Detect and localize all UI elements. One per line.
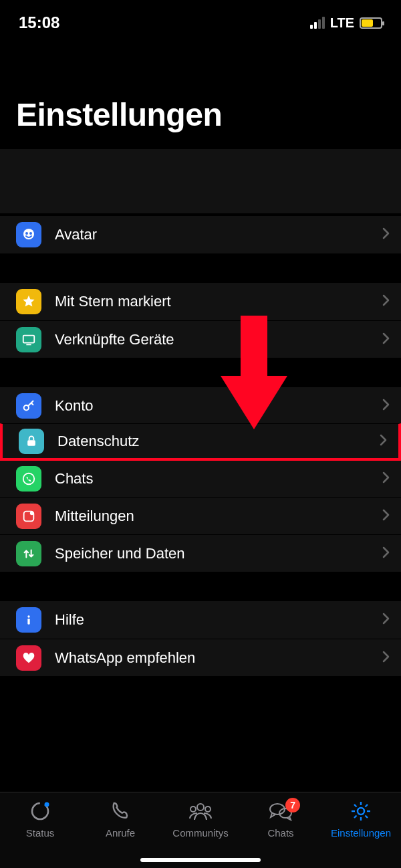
chevron-right-icon	[382, 613, 390, 627]
row-label: Konto	[55, 397, 382, 415]
tab-label: Chats	[267, 827, 293, 839]
settings-group-3: Konto Datenschutz Chats Mitteilungen Spe…	[0, 387, 401, 572]
row-label: WhatsApp empfehlen	[55, 649, 382, 667]
status-right: LTE	[310, 15, 382, 31]
status-ring-icon	[29, 799, 51, 823]
svg-line-27	[366, 804, 368, 807]
chevron-right-icon	[382, 651, 390, 665]
tab-communities[interactable]: Communitys	[160, 799, 241, 839]
data-arrows-icon	[16, 541, 41, 566]
tab-bar: Status Anrufe Communitys 7 Chats Einstel…	[0, 792, 401, 868]
tab-label: Anrufe	[106, 827, 135, 839]
row-label: Avatar	[55, 226, 382, 243]
home-indicator[interactable]	[140, 858, 261, 862]
tab-settings[interactable]: Einstellungen	[321, 799, 401, 839]
tab-label: Communitys	[172, 827, 228, 839]
tab-label: Status	[26, 827, 55, 839]
row-starred[interactable]: Mit Stern markiert	[0, 283, 401, 320]
whatsapp-icon	[16, 466, 41, 492]
row-label: Datenschutz	[57, 433, 380, 450]
row-label: Mitteilungen	[55, 508, 382, 525]
chevron-right-icon	[382, 546, 390, 561]
svg-point-14	[197, 804, 204, 810]
row-avatar[interactable]: Avatar	[0, 216, 401, 253]
svg-point-10	[27, 615, 29, 617]
svg-point-7	[23, 473, 35, 484]
svg-line-25	[366, 816, 368, 819]
tab-status[interactable]: Status	[0, 799, 80, 839]
chevron-right-icon	[380, 434, 388, 449]
svg-point-2	[29, 232, 32, 235]
avatar-icon	[16, 222, 41, 247]
settings-group-2: Mit Stern markiert Verknüpfte Geräte	[0, 283, 401, 358]
row-label: Speicher und Daten	[55, 545, 382, 562]
svg-point-19	[358, 808, 364, 815]
row-chats[interactable]: Chats	[0, 459, 401, 497]
phone-icon	[110, 799, 131, 823]
svg-rect-11	[27, 619, 29, 624]
key-icon	[16, 393, 41, 419]
chats-badge: 7	[285, 798, 300, 812]
lock-icon	[19, 429, 44, 454]
profile-card[interactable]	[0, 149, 401, 216]
tab-chats[interactable]: 7 Chats	[241, 799, 321, 839]
info-icon	[16, 607, 41, 633]
row-label: Verknüpfte Geräte	[55, 331, 382, 348]
notification-icon	[16, 504, 41, 529]
svg-point-9	[30, 511, 34, 515]
svg-point-15	[190, 806, 196, 812]
row-label: Chats	[55, 470, 382, 487]
svg-line-24	[354, 804, 357, 807]
svg-line-26	[354, 816, 357, 819]
settings-group-1: Avatar	[0, 216, 401, 253]
svg-point-13	[45, 802, 49, 807]
svg-rect-4	[26, 344, 31, 345]
network-label: LTE	[330, 15, 354, 31]
monitor-icon	[16, 327, 41, 352]
row-privacy[interactable]: Datenschutz	[0, 423, 401, 461]
status-bar: 15:08 LTE	[0, 0, 401, 36]
tab-calls[interactable]: Anrufe	[80, 799, 160, 839]
cellular-signal-icon	[310, 17, 325, 29]
row-linked-devices[interactable]: Verknüpfte Geräte	[0, 320, 401, 358]
tab-label: Einstellungen	[331, 827, 391, 839]
people-icon	[188, 799, 213, 823]
settings-group-4: Hilfe WhatsApp empfehlen	[0, 601, 401, 676]
chevron-right-icon	[382, 509, 390, 524]
row-account[interactable]: Konto	[0, 387, 401, 425]
clock: 15:08	[19, 13, 59, 32]
svg-rect-6	[27, 440, 35, 445]
row-tell-friend[interactable]: WhatsApp empfehlen	[0, 639, 401, 676]
row-storage[interactable]: Speicher und Daten	[0, 534, 401, 572]
page-title: Einstellungen	[0, 36, 401, 149]
svg-rect-3	[23, 335, 35, 342]
row-label: Mit Stern markiert	[55, 293, 382, 310]
heart-icon	[16, 645, 41, 671]
battery-icon	[360, 17, 382, 29]
chevron-right-icon	[382, 332, 390, 347]
gear-icon	[350, 799, 372, 823]
row-label: Hilfe	[55, 611, 382, 629]
star-icon	[16, 289, 41, 314]
chevron-right-icon	[382, 294, 390, 309]
svg-point-1	[25, 232, 28, 235]
row-help[interactable]: Hilfe	[0, 601, 401, 639]
chevron-right-icon	[382, 399, 390, 413]
svg-point-16	[205, 806, 211, 812]
chevron-right-icon	[382, 227, 390, 242]
chevron-right-icon	[382, 471, 390, 486]
row-notifications[interactable]: Mitteilungen	[0, 497, 401, 534]
